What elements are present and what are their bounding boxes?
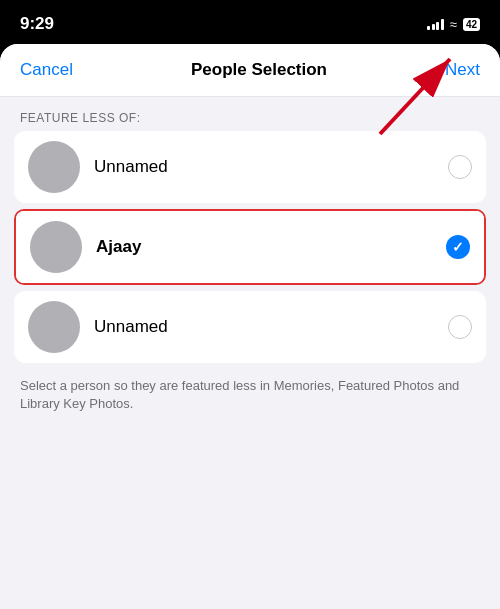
radio-checked-2: ✓ <box>446 235 470 259</box>
person-name-3: Unnamed <box>94 317 448 337</box>
avatar-1 <box>28 141 80 193</box>
people-list: Unnamed <box>14 131 486 203</box>
sheet-header: Cancel People Selection Next <box>0 44 500 97</box>
person-row-3[interactable]: Unnamed <box>14 291 486 363</box>
page-title: People Selection <box>191 60 327 80</box>
people-list-2: Unnamed <box>14 291 486 363</box>
cancel-button[interactable]: Cancel <box>20 60 73 80</box>
wifi-icon: ≈ <box>450 17 457 32</box>
next-button[interactable]: Next <box>445 60 480 80</box>
avatar-2 <box>30 221 82 273</box>
person-row-2[interactable]: Ajaay ✓ <box>16 211 484 283</box>
footer-text: Select a person so they are featured les… <box>0 363 500 427</box>
radio-3 <box>448 315 472 339</box>
radio-1 <box>448 155 472 179</box>
person-name-1: Unnamed <box>94 157 448 177</box>
status-bar: 9:29 ≈ 42 <box>0 0 500 44</box>
sheet: Cancel People Selection Next FEATURE LES… <box>0 44 500 609</box>
person-row-1[interactable]: Unnamed <box>14 131 486 203</box>
section-label: FEATURE LESS OF: <box>0 97 500 131</box>
status-icons: ≈ 42 <box>427 17 480 32</box>
person-name-2: Ajaay <box>96 237 446 257</box>
checkmark-icon: ✓ <box>452 239 464 255</box>
selected-row-wrapper[interactable]: Ajaay ✓ <box>14 209 486 285</box>
avatar-3 <box>28 301 80 353</box>
status-time: 9:29 <box>20 14 54 34</box>
signal-icon <box>427 18 444 30</box>
battery-icon: 42 <box>463 18 480 31</box>
